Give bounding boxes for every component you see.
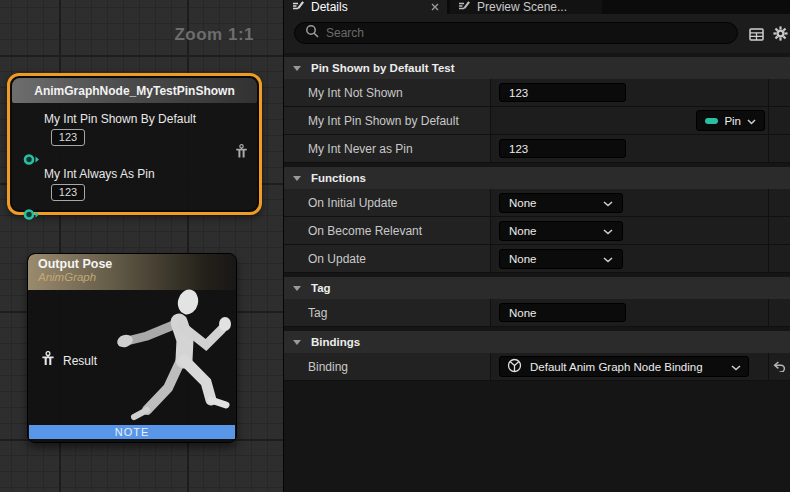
property-label: My Int Never as Pin [284,135,491,162]
tab-details[interactable]: Details [284,0,447,14]
on-update-select[interactable]: None [499,249,623,269]
note-banner[interactable]: NOTE [29,425,235,439]
pin-default-value[interactable]: 123 [51,129,85,146]
animgraph-editor-window: Zoom 1:1 AnimGraphNode_MyTestPinShown My… [0,0,790,492]
section-header[interactable]: Bindings [284,331,790,353]
node-title-bar[interactable]: AnimGraphNode_MyTestPinShown [12,78,257,103]
section-bindings: Bindings Binding Default Anim Graph Node… [284,331,790,381]
pin-value-icon [705,118,718,124]
chevron-down-icon [603,225,613,237]
select-value: None [509,197,537,209]
property-row: On Update None [284,245,790,273]
property-row: Tag [284,299,790,327]
result-pin-label: Result [63,354,97,368]
node-title-bar[interactable]: Output Pose AnimGraph [28,254,236,290]
pin-visibility-dropdown[interactable]: Pin [696,110,765,131]
pose-pin-icon[interactable] [41,351,55,371]
details-panel: Details Preview Scene... [283,0,790,492]
details-tab-icon [458,0,471,14]
tag-input[interactable] [499,303,626,322]
section-header[interactable]: Functions [284,167,790,189]
search-box[interactable] [294,22,738,44]
property-row: My Int Not Shown [284,79,790,107]
expander-arrow-icon[interactable] [293,340,301,345]
property-row: My Int Pin Shown by Default Pin [284,107,790,135]
section-title: Pin Shown by Default Test [311,62,455,74]
chevron-down-icon [747,115,756,127]
display-filter-icon[interactable] [749,27,764,45]
on-become-relevant-select[interactable]: None [499,221,623,241]
zoom-level-indicator: Zoom 1:1 [174,25,254,45]
property-label: On Update [284,245,491,272]
property-row: Binding Default Anim Graph Node Binding [284,353,790,381]
search-icon [305,24,319,42]
node-title: Output Pose [38,257,236,271]
node-subtitle: AnimGraph [38,271,236,283]
int-pin-icon[interactable] [23,152,40,170]
tab-label: Details [311,0,425,14]
reset-column [768,107,790,134]
my-int-never-as-pin-input[interactable] [499,139,626,158]
reset-column [768,245,790,272]
my-int-not-shown-input[interactable] [499,83,626,102]
graph-node-mytestpinshown[interactable]: AnimGraphNode_MyTestPinShown My Int Pin … [7,73,262,215]
reset-column [768,79,790,106]
node-body: My Int Pin Shown By Default 123 My Int A… [10,105,259,209]
chevron-down-icon [603,197,613,209]
property-label: My Int Pin Shown by Default [284,107,491,134]
reset-column [768,299,790,326]
property-row: My Int Never as Pin [284,135,790,163]
anim-graph-canvas[interactable]: Zoom 1:1 AnimGraphNode_MyTestPinShown My… [0,0,283,492]
chevron-down-icon [603,253,613,265]
expander-arrow-icon[interactable] [293,66,301,71]
pin-row: My Int Always As Pin 123 [44,167,235,201]
graph-node-output-pose[interactable]: Output Pose AnimGraph [27,253,237,443]
expander-arrow-icon[interactable] [293,286,301,291]
select-value: None [509,253,537,265]
pin-default-value[interactable]: 123 [51,184,85,201]
search-input[interactable] [326,26,727,40]
hide-pin-icon[interactable] [235,144,248,164]
property-label: My Int Not Shown [284,79,491,106]
section-functions: Functions On Initial Update None On Beco… [284,167,790,273]
reset-column [768,135,790,162]
property-row: On Initial Update None [284,189,790,217]
reset-column [768,189,790,216]
pin-label: My Int Pin Shown By Default [44,112,235,126]
search-row [284,14,790,53]
section-header[interactable]: Pin Shown by Default Test [284,57,790,79]
pin-label: My Int Always As Pin [44,167,235,181]
on-initial-update-select[interactable]: None [499,193,623,213]
property-label: On Initial Update [284,189,491,216]
section-header[interactable]: Tag [284,277,790,299]
tab-label: Preview Scene... [477,0,567,14]
property-row: On Become Relevant None [284,217,790,245]
binding-class-dropdown[interactable]: Default Anim Graph Node Binding [499,356,749,377]
section-pin-shown-by-default-test: Pin Shown by Default Test My Int Not Sho… [284,57,790,163]
binding-class-icon [507,358,522,375]
int-pin-icon[interactable] [23,207,40,225]
reset-column [768,217,790,244]
expander-arrow-icon[interactable] [293,176,301,181]
chevron-down-icon [731,361,741,373]
section-title: Bindings [311,336,360,348]
details-tab-icon [292,0,305,14]
section-tag: Tag Tag [284,277,790,327]
result-pin-row[interactable]: Result [41,351,97,371]
section-title: Functions [311,172,366,184]
binding-class-label: Default Anim Graph Node Binding [530,361,703,373]
reset-to-default-icon[interactable] [773,358,786,376]
tab-preview-scene[interactable]: Preview Scene... [450,0,602,14]
property-label: Binding [284,353,491,380]
select-value: None [509,225,537,237]
pin-dropdown-label: Pin [724,115,741,127]
close-icon[interactable] [431,0,439,14]
property-label: Tag [284,299,491,326]
property-label: On Become Relevant [284,217,491,244]
pin-row: My Int Pin Shown By Default 123 [44,112,235,146]
section-title: Tag [311,282,331,294]
gear-icon[interactable] [773,26,788,45]
tab-bar: Details Preview Scene... [284,0,790,14]
